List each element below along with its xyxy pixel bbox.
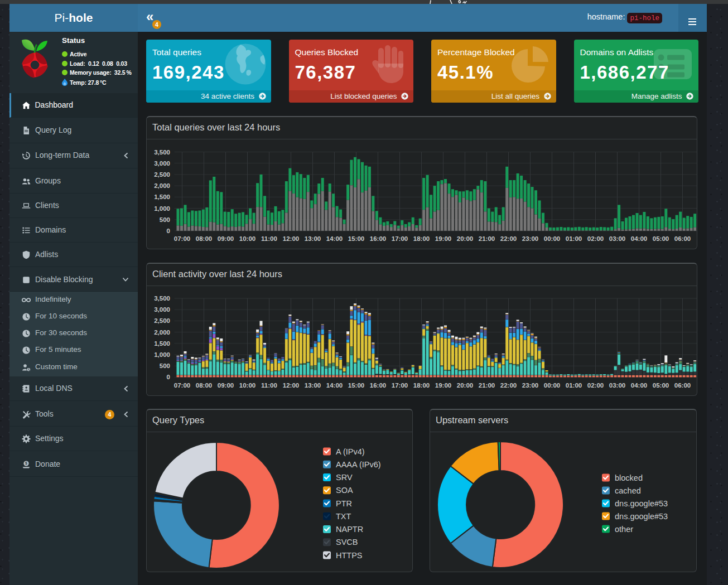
svg-text:04:00: 04:00 (631, 382, 647, 389)
svg-text:3,000: 3,000 (154, 306, 170, 313)
svg-text:dns.google#53: dns.google#53 (615, 499, 668, 508)
svg-text:1,500: 1,500 (154, 194, 170, 200)
svg-text:19:00: 19:00 (435, 235, 451, 242)
svg-text:500: 500 (160, 362, 170, 369)
svg-text:3,500: 3,500 (154, 295, 170, 302)
svg-text:14:00: 14:00 (326, 382, 343, 389)
svg-text:16:00: 16:00 (370, 382, 386, 389)
svg-text:02:00: 02:00 (587, 235, 604, 242)
svg-text:SOA: SOA (336, 486, 353, 495)
svg-text:20:00: 20:00 (457, 382, 473, 389)
svg-text:12:00: 12:00 (283, 382, 299, 389)
svg-text:23:00: 23:00 (522, 382, 538, 389)
svg-text:500: 500 (160, 216, 170, 223)
svg-text:11:00: 11:00 (261, 235, 277, 242)
svg-text:00:00: 00:00 (544, 382, 560, 389)
svg-text:NAPTR: NAPTR (336, 525, 363, 534)
svg-text:2,500: 2,500 (154, 317, 170, 324)
svg-text:05:00: 05:00 (653, 235, 669, 242)
svg-text:2,000: 2,000 (154, 182, 170, 189)
svg-text:cached: cached (615, 486, 641, 495)
svg-text:05:00: 05:00 (653, 382, 669, 389)
svg-text:22:00: 22:00 (500, 235, 517, 242)
svg-text:17:00: 17:00 (392, 382, 408, 389)
svg-text:A (IPv4): A (IPv4) (336, 447, 365, 456)
svg-text:$: $ (25, 461, 27, 466)
svg-text:0: 0 (167, 228, 170, 234)
svg-text:04:00: 04:00 (631, 235, 647, 242)
svg-text:21:00: 21:00 (479, 382, 495, 389)
svg-text:2,000: 2,000 (154, 329, 170, 336)
svg-text:06:00: 06:00 (674, 382, 691, 389)
svg-text:3,500: 3,500 (154, 149, 170, 156)
svg-text:3,000: 3,000 (154, 160, 170, 167)
svg-text:22:00: 22:00 (500, 382, 517, 389)
svg-text:13:00: 13:00 (305, 235, 321, 242)
svg-text:11:00: 11:00 (261, 382, 277, 389)
svg-text:23:00: 23:00 (522, 235, 538, 242)
svg-text:15:00: 15:00 (348, 382, 364, 389)
svg-text:02:00: 02:00 (587, 382, 604, 389)
svg-text:01:00: 01:00 (566, 235, 582, 242)
svg-text:09:00: 09:00 (218, 382, 234, 389)
svg-text:SRV: SRV (336, 473, 353, 482)
svg-text:13:00: 13:00 (305, 382, 321, 389)
svg-text:10:00: 10:00 (239, 382, 255, 389)
svg-text:10:00: 10:00 (239, 235, 255, 242)
svg-text:1,000: 1,000 (154, 205, 170, 212)
svg-text:08:00: 08:00 (196, 382, 212, 389)
svg-text:HTTPS: HTTPS (336, 551, 363, 560)
svg-text:19:00: 19:00 (435, 382, 451, 389)
svg-text:PTR: PTR (336, 499, 352, 508)
svg-text:12:00: 12:00 (283, 235, 299, 242)
svg-text:18:00: 18:00 (413, 382, 430, 389)
svg-text:SVCB: SVCB (336, 538, 358, 547)
svg-text:blocked: blocked (615, 473, 643, 482)
svg-text:20:00: 20:00 (457, 235, 473, 242)
svg-text:16:00: 16:00 (370, 235, 386, 242)
svg-text:0: 0 (167, 374, 170, 380)
svg-text:08:00: 08:00 (196, 235, 212, 242)
svg-text:06:00: 06:00 (674, 235, 691, 242)
svg-text:AAAA (IPv6): AAAA (IPv6) (336, 460, 381, 469)
svg-text:14:00: 14:00 (326, 235, 343, 242)
svg-text:03:00: 03:00 (609, 235, 625, 242)
svg-text:01:00: 01:00 (566, 382, 582, 389)
svg-text:18:00: 18:00 (413, 235, 430, 242)
svg-text:15:00: 15:00 (348, 235, 364, 242)
svg-text:07:00: 07:00 (174, 235, 190, 242)
svg-text:2,500: 2,500 (154, 171, 170, 178)
svg-text:dns.google#53: dns.google#53 (615, 512, 668, 521)
svg-text:TXT: TXT (336, 512, 351, 521)
svg-text:1,000: 1,000 (154, 351, 170, 358)
svg-text:09:00: 09:00 (218, 235, 234, 242)
svg-text:21:00: 21:00 (479, 235, 495, 242)
svg-text:17:00: 17:00 (392, 235, 408, 242)
svg-text:00:00: 00:00 (544, 235, 560, 242)
svg-text:1,500: 1,500 (154, 340, 170, 347)
svg-text:other: other (615, 525, 633, 534)
svg-text:03:00: 03:00 (609, 382, 625, 389)
svg-text:07:00: 07:00 (174, 382, 190, 389)
